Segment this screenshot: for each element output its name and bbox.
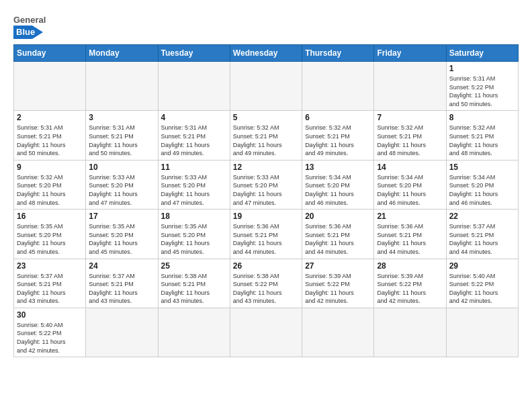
day-info: Sunrise: 5:39 AM Sunset: 5:22 PM Dayligh… <box>377 272 443 306</box>
week-row-5: 30Sunrise: 5:40 AM Sunset: 5:22 PM Dayli… <box>14 308 519 357</box>
weekday-tuesday: Tuesday <box>158 45 230 62</box>
day-info: Sunrise: 5:35 AM Sunset: 5:20 PM Dayligh… <box>17 222 83 256</box>
calendar-cell <box>302 62 374 111</box>
day-number: 8 <box>449 113 515 122</box>
day-info: Sunrise: 5:38 AM Sunset: 5:21 PM Dayligh… <box>161 272 227 306</box>
day-number: 20 <box>305 212 371 221</box>
day-info: Sunrise: 5:31 AM Sunset: 5:22 PM Dayligh… <box>449 75 515 108</box>
page: General Blue SundayMondayTuesdayWednesda… <box>0 0 532 364</box>
calendar-cell: 25Sunrise: 5:38 AM Sunset: 5:21 PM Dayli… <box>158 259 230 308</box>
day-info: Sunrise: 5:40 AM Sunset: 5:22 PM Dayligh… <box>449 272 515 306</box>
generalblue-logo: General Blue <box>13 11 74 39</box>
weekday-saturday: Saturday <box>446 45 518 62</box>
day-number: 1 <box>449 64 515 73</box>
calendar-cell: 11Sunrise: 5:33 AM Sunset: 5:20 PM Dayli… <box>158 160 230 209</box>
calendar-table: SundayMondayTuesdayWednesdayThursdayFrid… <box>13 44 519 357</box>
calendar-cell <box>86 62 158 111</box>
day-info: Sunrise: 5:32 AM Sunset: 5:21 PM Dayligh… <box>233 124 299 157</box>
calendar-cell: 19Sunrise: 5:36 AM Sunset: 5:21 PM Dayli… <box>230 210 302 259</box>
week-row-1: 2Sunrise: 5:31 AM Sunset: 5:21 PM Daylig… <box>14 111 519 160</box>
day-number: 23 <box>17 261 83 271</box>
weekday-monday: Monday <box>86 45 158 62</box>
day-number: 2 <box>17 113 83 122</box>
day-number: 5 <box>233 113 299 122</box>
day-info: Sunrise: 5:33 AM Sunset: 5:20 PM Dayligh… <box>233 173 299 207</box>
calendar-cell: 1Sunrise: 5:31 AM Sunset: 5:22 PM Daylig… <box>446 62 518 111</box>
calendar-cell: 4Sunrise: 5:31 AM Sunset: 5:21 PM Daylig… <box>158 111 230 160</box>
day-info: Sunrise: 5:37 AM Sunset: 5:21 PM Dayligh… <box>449 222 515 256</box>
day-info: Sunrise: 5:32 AM Sunset: 5:21 PM Dayligh… <box>449 124 515 157</box>
calendar-cell: 9Sunrise: 5:32 AM Sunset: 5:20 PM Daylig… <box>14 160 86 209</box>
day-number: 13 <box>305 163 371 172</box>
day-number: 15 <box>449 163 515 172</box>
day-info: Sunrise: 5:36 AM Sunset: 5:21 PM Dayligh… <box>233 222 299 256</box>
day-info: Sunrise: 5:34 AM Sunset: 5:20 PM Dayligh… <box>305 173 371 207</box>
calendar-cell <box>14 62 86 111</box>
day-info: Sunrise: 5:31 AM Sunset: 5:21 PM Dayligh… <box>17 124 83 157</box>
calendar-cell: 15Sunrise: 5:34 AM Sunset: 5:20 PM Dayli… <box>446 160 518 209</box>
week-row-4: 23Sunrise: 5:37 AM Sunset: 5:21 PM Dayli… <box>14 259 519 308</box>
day-info: Sunrise: 5:33 AM Sunset: 5:20 PM Dayligh… <box>89 173 154 207</box>
day-info: Sunrise: 5:39 AM Sunset: 5:22 PM Dayligh… <box>305 272 371 306</box>
day-number: 16 <box>17 212 83 221</box>
calendar-cell: 10Sunrise: 5:33 AM Sunset: 5:20 PM Dayli… <box>86 160 158 209</box>
calendar-cell: 16Sunrise: 5:35 AM Sunset: 5:20 PM Dayli… <box>14 210 86 259</box>
weekday-sunday: Sunday <box>14 45 86 62</box>
calendar-cell <box>158 308 230 357</box>
day-number: 9 <box>17 163 83 172</box>
week-row-3: 16Sunrise: 5:35 AM Sunset: 5:20 PM Dayli… <box>14 210 519 259</box>
day-number: 24 <box>89 261 154 271</box>
day-info: Sunrise: 5:32 AM Sunset: 5:21 PM Dayligh… <box>377 124 443 157</box>
day-number: 19 <box>233 212 299 221</box>
day-info: Sunrise: 5:34 AM Sunset: 5:20 PM Dayligh… <box>449 173 515 207</box>
calendar-cell <box>158 62 230 111</box>
weekday-wednesday: Wednesday <box>230 45 302 62</box>
weekday-header-row: SundayMondayTuesdayWednesdayThursdayFrid… <box>14 45 519 62</box>
calendar-cell: 18Sunrise: 5:35 AM Sunset: 5:20 PM Dayli… <box>158 210 230 259</box>
day-info: Sunrise: 5:36 AM Sunset: 5:21 PM Dayligh… <box>377 222 443 256</box>
calendar-cell: 29Sunrise: 5:40 AM Sunset: 5:22 PM Dayli… <box>446 259 518 308</box>
header-area: General Blue <box>13 11 519 39</box>
calendar-cell <box>374 62 446 111</box>
day-info: Sunrise: 5:40 AM Sunset: 5:22 PM Dayligh… <box>17 321 83 355</box>
calendar-cell <box>302 308 374 357</box>
day-info: Sunrise: 5:31 AM Sunset: 5:21 PM Dayligh… <box>89 124 154 157</box>
weekday-thursday: Thursday <box>302 45 374 62</box>
calendar-cell: 22Sunrise: 5:37 AM Sunset: 5:21 PM Dayli… <box>446 210 518 259</box>
day-info: Sunrise: 5:32 AM Sunset: 5:21 PM Dayligh… <box>305 124 371 157</box>
logo-container: General Blue <box>13 11 74 39</box>
calendar-cell: 27Sunrise: 5:39 AM Sunset: 5:22 PM Dayli… <box>302 259 374 308</box>
day-info: Sunrise: 5:37 AM Sunset: 5:21 PM Dayligh… <box>89 272 154 306</box>
calendar-cell <box>230 308 302 357</box>
day-number: 21 <box>377 212 443 221</box>
svg-text:General: General <box>13 15 46 25</box>
day-number: 7 <box>377 113 443 122</box>
day-number: 17 <box>89 212 154 221</box>
calendar-cell: 13Sunrise: 5:34 AM Sunset: 5:20 PM Dayli… <box>302 160 374 209</box>
calendar-cell: 20Sunrise: 5:36 AM Sunset: 5:21 PM Dayli… <box>302 210 374 259</box>
day-number: 14 <box>377 163 443 172</box>
calendar-cell: 3Sunrise: 5:31 AM Sunset: 5:21 PM Daylig… <box>86 111 158 160</box>
calendar-cell: 6Sunrise: 5:32 AM Sunset: 5:21 PM Daylig… <box>302 111 374 160</box>
calendar-cell: 5Sunrise: 5:32 AM Sunset: 5:21 PM Daylig… <box>230 111 302 160</box>
day-info: Sunrise: 5:35 AM Sunset: 5:20 PM Dayligh… <box>161 222 227 256</box>
calendar-cell <box>86 308 158 357</box>
day-number: 3 <box>89 113 154 122</box>
calendar-cell <box>374 308 446 357</box>
day-number: 18 <box>161 212 227 221</box>
day-info: Sunrise: 5:38 AM Sunset: 5:22 PM Dayligh… <box>233 272 299 306</box>
day-number: 30 <box>17 310 83 320</box>
calendar-cell: 17Sunrise: 5:35 AM Sunset: 5:20 PM Dayli… <box>86 210 158 259</box>
day-number: 28 <box>377 261 443 271</box>
day-number: 10 <box>89 163 154 172</box>
day-number: 27 <box>305 261 371 271</box>
day-number: 29 <box>449 261 515 271</box>
calendar-cell: 26Sunrise: 5:38 AM Sunset: 5:22 PM Dayli… <box>230 259 302 308</box>
day-number: 6 <box>305 113 371 122</box>
week-row-2: 9Sunrise: 5:32 AM Sunset: 5:20 PM Daylig… <box>14 160 519 209</box>
day-info: Sunrise: 5:33 AM Sunset: 5:20 PM Dayligh… <box>161 173 227 207</box>
calendar-cell: 12Sunrise: 5:33 AM Sunset: 5:20 PM Dayli… <box>230 160 302 209</box>
calendar-cell: 30Sunrise: 5:40 AM Sunset: 5:22 PM Dayli… <box>14 308 86 357</box>
calendar-cell: 21Sunrise: 5:36 AM Sunset: 5:21 PM Dayli… <box>374 210 446 259</box>
day-info: Sunrise: 5:35 AM Sunset: 5:20 PM Dayligh… <box>89 222 154 256</box>
